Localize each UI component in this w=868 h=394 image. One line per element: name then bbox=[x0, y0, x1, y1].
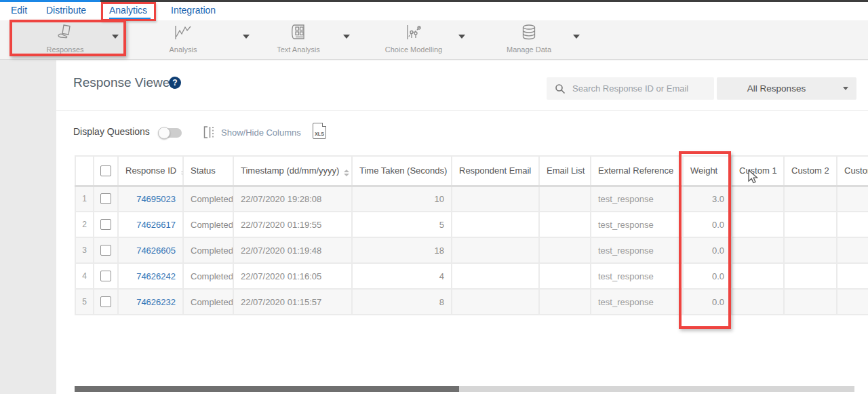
row-number: 5 bbox=[75, 289, 94, 315]
row-select-cell bbox=[94, 263, 118, 289]
cell-timestamp: 22/07/2020 19:28:08 bbox=[233, 186, 352, 212]
cell-respondent-email bbox=[452, 212, 539, 237]
toolbar-item-choice-modelling[interactable]: Choice Modelling bbox=[363, 24, 465, 54]
main-nav: Edit Distribute Analytics Integration bbox=[0, 2, 868, 20]
row-checkbox[interactable] bbox=[100, 193, 111, 204]
header-time-taken[interactable]: Time Taken (Seconds) bbox=[352, 156, 452, 186]
nav-tab-distribute[interactable]: Distribute bbox=[46, 2, 86, 20]
nav-tab-edit[interactable]: Edit bbox=[11, 2, 27, 20]
cell-custom-2 bbox=[784, 289, 837, 315]
responses-table-container: Response ID Status Timestamp (dd/mm/yyyy… bbox=[75, 155, 868, 325]
response-id-link[interactable]: 74626242 bbox=[118, 263, 183, 289]
help-circle-icon[interactable]: ? bbox=[169, 77, 181, 89]
xls-export-button[interactable]: XLS bbox=[313, 123, 326, 139]
cell-external-reference: test_response bbox=[591, 263, 683, 289]
xls-export-label: XLS bbox=[313, 132, 326, 136]
columns-icon[interactable] bbox=[203, 125, 216, 142]
horizontal-scrollbar-track[interactable] bbox=[75, 386, 854, 392]
response-id-link[interactable]: 74626617 bbox=[118, 212, 183, 237]
response-viewer-card: Response Viewer ? All Responses Display … bbox=[56, 60, 868, 394]
select-all-checkbox[interactable] bbox=[100, 165, 111, 176]
cell-weight: 0.0 bbox=[683, 237, 732, 263]
cell-timestamp: 22/07/2020 01:15:57 bbox=[233, 289, 352, 315]
cell-email-list bbox=[539, 237, 591, 263]
cell-email-list bbox=[539, 289, 591, 315]
cell-respondent-email bbox=[452, 289, 539, 315]
header-status: Status bbox=[183, 156, 233, 186]
header-weight: Weight bbox=[683, 156, 732, 186]
cell-custom-1 bbox=[732, 237, 784, 263]
cell-custom-3 bbox=[837, 263, 868, 289]
manage-data-dropdown-caret[interactable] bbox=[573, 35, 580, 39]
cell-time-taken: 10 bbox=[352, 186, 452, 212]
header-timestamp[interactable]: Timestamp (dd/mm/yyyy) bbox=[233, 156, 352, 186]
horizontal-scrollbar-thumb[interactable] bbox=[75, 386, 459, 392]
cell-custom-3 bbox=[837, 212, 868, 237]
header-email-list: Email List bbox=[539, 156, 591, 186]
row-number: 1 bbox=[75, 186, 94, 212]
show-hide-columns-label[interactable]: Show/Hide Columns bbox=[221, 127, 301, 138]
header-row-number bbox=[75, 156, 94, 186]
cell-custom-1 bbox=[732, 186, 784, 212]
cell-status: Completed bbox=[183, 263, 233, 289]
cell-respondent-email bbox=[452, 237, 539, 263]
row-select-cell bbox=[94, 186, 118, 212]
response-id-link[interactable]: 74626605 bbox=[118, 237, 183, 263]
cell-status: Completed bbox=[183, 186, 233, 212]
page-title: Response Viewer bbox=[73, 75, 174, 90]
cell-status: Completed bbox=[183, 289, 233, 315]
cell-custom-1 bbox=[732, 212, 784, 237]
choice-modelling-dropdown-caret[interactable] bbox=[458, 35, 465, 39]
toolbar-label: Manage Data bbox=[478, 45, 580, 54]
toolbar-item-responses[interactable]: Responses bbox=[14, 24, 116, 54]
cell-custom-1 bbox=[732, 263, 784, 289]
response-id-link[interactable]: 74695023 bbox=[118, 186, 183, 212]
table-row: 5 74626232 Completed 22/07/2020 01:15:57… bbox=[75, 289, 868, 315]
responses-dropdown-caret[interactable] bbox=[112, 35, 119, 39]
row-checkbox[interactable] bbox=[100, 271, 111, 281]
toolbar-item-analysis[interactable]: Analysis bbox=[132, 24, 234, 54]
header-custom-2: Custom 2 bbox=[784, 156, 837, 186]
response-id-link[interactable]: 74626232 bbox=[118, 289, 183, 315]
nav-tab-integration[interactable]: Integration bbox=[171, 2, 216, 20]
toolbar-label: Responses bbox=[14, 45, 116, 54]
cell-custom-3 bbox=[837, 237, 868, 263]
cell-weight: 3.0 bbox=[683, 186, 732, 212]
cell-custom-2 bbox=[784, 212, 837, 237]
sort-icon[interactable] bbox=[344, 170, 349, 176]
page-background: Response Viewer ? All Responses Display … bbox=[0, 60, 868, 394]
search-input[interactable] bbox=[571, 77, 710, 100]
row-checkbox[interactable] bbox=[100, 245, 111, 256]
cell-time-taken: 4 bbox=[352, 263, 452, 289]
toggle-knob bbox=[158, 127, 170, 139]
cell-external-reference: test_response bbox=[591, 186, 683, 212]
cell-status: Completed bbox=[183, 212, 233, 237]
cell-custom-3 bbox=[837, 186, 868, 212]
table-header-row: Response ID Status Timestamp (dd/mm/yyyy… bbox=[75, 156, 868, 186]
row-number: 2 bbox=[75, 212, 94, 237]
table-row: 4 74626242 Completed 22/07/2020 01:16:05… bbox=[75, 263, 868, 289]
active-tab-underline bbox=[109, 18, 151, 19]
response-search bbox=[547, 77, 714, 100]
chevron-down-icon bbox=[843, 87, 848, 90]
cell-respondent-email bbox=[452, 263, 539, 289]
toolbar-item-manage-data[interactable]: Manage Data bbox=[478, 24, 580, 54]
toolbar-item-text-analysis[interactable]: Text Analysis bbox=[248, 24, 349, 54]
cell-custom-3 bbox=[837, 289, 868, 315]
row-checkbox[interactable] bbox=[100, 219, 111, 230]
header-response-id[interactable]: Response ID bbox=[118, 156, 183, 186]
toolbar-label: Text Analysis bbox=[248, 45, 349, 54]
text-analysis-dropdown-caret[interactable] bbox=[343, 35, 350, 39]
cell-weight: 0.0 bbox=[683, 263, 732, 289]
database-icon bbox=[521, 24, 537, 41]
header-respondent-email: Respondent Email bbox=[452, 156, 539, 186]
responses-filter-dropdown[interactable]: All Responses bbox=[717, 77, 856, 100]
row-checkbox[interactable] bbox=[100, 296, 111, 307]
display-questions-label: Display Questions bbox=[73, 126, 150, 137]
cell-respondent-email bbox=[452, 186, 539, 212]
cell-email-list bbox=[539, 186, 591, 212]
display-questions-toggle[interactable] bbox=[159, 128, 182, 138]
cell-external-reference: test_response bbox=[591, 237, 683, 263]
cell-time-taken: 5 bbox=[352, 212, 452, 237]
row-select-cell bbox=[94, 212, 118, 237]
